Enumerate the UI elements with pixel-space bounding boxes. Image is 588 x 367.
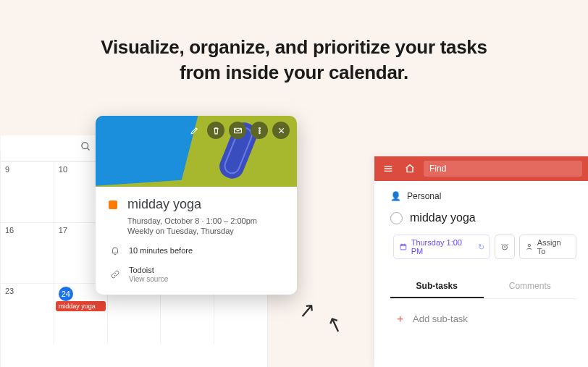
- home-icon[interactable]: [402, 161, 418, 177]
- svg-rect-11: [400, 245, 406, 250]
- edit-icon[interactable]: [185, 122, 203, 139]
- bell-icon: [110, 245, 120, 256]
- link-icon: [110, 269, 120, 279]
- event-title: midday yoga: [127, 197, 201, 212]
- recurring-icon: ↻: [478, 242, 484, 252]
- task-checkbox[interactable]: [390, 212, 403, 224]
- svg-line-1: [87, 148, 89, 150]
- svg-point-0: [82, 143, 88, 149]
- tab-comments[interactable]: Comments: [484, 275, 577, 298]
- decorative-arrow: ↗: [298, 298, 316, 323]
- email-icon[interactable]: [229, 122, 246, 139]
- tab-subtasks[interactable]: Sub-tasks: [390, 275, 484, 298]
- menu-icon[interactable]: [380, 161, 396, 177]
- reminder-chip[interactable]: [495, 235, 515, 259]
- plus-icon: ＋: [395, 312, 406, 326]
- project-breadcrumb[interactable]: 👤 Personal: [390, 191, 576, 201]
- assign-chip[interactable]: Assign To: [519, 235, 576, 259]
- todoist-search-input[interactable]: Find: [424, 161, 582, 177]
- headline-line-2: from inside your calendar.: [0, 60, 588, 85]
- calendar-cell[interactable]: 9: [1, 162, 54, 222]
- task-title: midday yoga: [410, 211, 476, 224]
- project-name: Personal: [407, 191, 441, 201]
- hero-headline: Visualize, organize, and prioritize your…: [0, 0, 588, 85]
- calendar-cell[interactable]: 16: [1, 223, 54, 283]
- svg-point-5: [259, 132, 260, 133]
- event-reminder: 10 minutes before: [129, 246, 193, 255]
- headline-line-1: Visualize, organize, and prioritize your…: [0, 35, 588, 60]
- svg-point-16: [528, 244, 530, 246]
- delete-icon[interactable]: [207, 122, 224, 139]
- decorative-arrow: ↗: [324, 311, 348, 339]
- close-icon[interactable]: [272, 122, 290, 139]
- todoist-topbar: Find: [374, 156, 588, 181]
- search-icon[interactable]: [80, 141, 91, 155]
- svg-point-3: [259, 127, 260, 129]
- user-icon: [525, 242, 534, 251]
- event-detail-card: midday yoga Thursday, October 8 · 1:00 –…: [96, 116, 297, 295]
- alarm-icon: [500, 242, 509, 251]
- event-source-app: Todoist: [129, 266, 168, 274]
- add-subtask-button[interactable]: ＋ Add sub-task: [395, 312, 576, 326]
- calendar-cell[interactable]: 23: [1, 284, 54, 344]
- svg-point-4: [259, 130, 260, 131]
- todoist-panel: Find 👤 Personal midday yoga Thursday 1:0…: [374, 156, 588, 367]
- more-icon[interactable]: [251, 122, 268, 139]
- search-placeholder: Find: [429, 164, 446, 174]
- event-view-source-link[interactable]: View source: [129, 275, 168, 283]
- event-hero-image: [96, 116, 297, 187]
- today-badge: 24: [59, 287, 73, 301]
- calendar-event-chip[interactable]: midday yoga: [56, 301, 106, 311]
- person-icon: 👤: [390, 191, 401, 201]
- calendar-icon: [399, 242, 408, 251]
- event-color-swatch: [109, 201, 117, 209]
- event-datetime: Thursday, October 8 · 1:00 – 2:00pm: [127, 216, 285, 225]
- due-date-chip[interactable]: Thursday 1:00 PM ↻: [393, 235, 490, 259]
- event-recurrence: Weekly on Tuesday, Thursday: [127, 227, 285, 235]
